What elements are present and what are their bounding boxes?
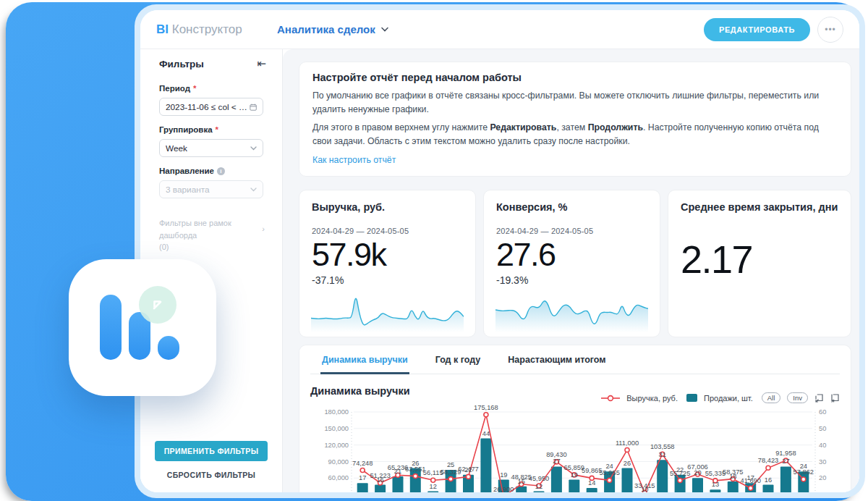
- legend-all-button[interactable]: All: [762, 392, 781, 403]
- svg-text:19: 19: [571, 471, 578, 479]
- svg-text:41,690: 41,690: [740, 477, 760, 484]
- revenue-line-points[interactable]: [360, 413, 806, 492]
- app-window: BI Конструктор Аналитика сделок РЕДАКТИР…: [140, 10, 859, 492]
- svg-text:16: 16: [765, 476, 772, 484]
- grouping-label: Группировка: [159, 125, 213, 134]
- legend-inv-button[interactable]: Inv: [787, 392, 808, 403]
- period-value: 2023-11-06 ≤ col < 2024...: [166, 102, 250, 112]
- svg-text:33,415: 33,415: [634, 482, 655, 489]
- svg-text:57,862: 57,862: [793, 468, 814, 476]
- apply-filters-button[interactable]: ПРИМЕНИТЬ ФИЛЬТРЫ: [155, 441, 268, 461]
- collapse-sidebar-icon[interactable]: ⇤: [257, 59, 266, 70]
- product-logo-card: [69, 259, 216, 396]
- data-labels: 1774,2481651,2232165,2362663,5511256,115…: [352, 405, 814, 492]
- period-label: Период: [159, 84, 190, 93]
- tab-revenue-dynamics[interactable]: Динамика выручки: [320, 345, 409, 374]
- direction-select[interactable]: 3 варианта: [159, 180, 263, 198]
- info-icon[interactable]: i: [217, 167, 225, 175]
- kpi-delta: -37.1%: [312, 274, 463, 286]
- svg-text:30: 30: [819, 458, 826, 466]
- bar-series-legend-icon[interactable]: [686, 394, 697, 402]
- svg-text:26: 26: [624, 460, 631, 467]
- filter-grouping: Группировка* Week: [140, 125, 282, 157]
- legend-sales-label[interactable]: Продажи, шт.: [704, 394, 753, 403]
- line-series-legend-icon[interactable]: [601, 395, 620, 402]
- kpi-card-conversion[interactable]: Конверсия, % 2024-04-29 — 2024-05-05 27.…: [483, 190, 660, 337]
- screenshot-stage: BI Конструктор Аналитика сделок РЕДАКТИР…: [0, 0, 868, 501]
- notice-paragraph-1: По умолчанию все графики в отчёте связан…: [312, 89, 833, 117]
- svg-text:20: 20: [819, 474, 826, 481]
- svg-text:13: 13: [712, 481, 719, 488]
- svg-text:51,223: 51,223: [370, 472, 390, 479]
- svg-text:60,000: 60,000: [328, 474, 349, 481]
- notice-title: Настройте отчёт перед началом работы: [312, 72, 838, 83]
- chart-header: Динамика выручки Выручка, руб.: [310, 374, 840, 403]
- revenue-line-series: [362, 415, 804, 492]
- svg-text:12: 12: [430, 483, 437, 490]
- kpi-title: Конверсия, %: [496, 201, 647, 213]
- sparkline-svg: [495, 287, 648, 332]
- kpi-period: 2024-04-29 — 2024-05-05: [312, 227, 463, 235]
- chevron-down-icon: [250, 188, 257, 192]
- edit-button[interactable]: РЕДАКТИРОВАТЬ: [704, 18, 810, 41]
- reset-filters-button[interactable]: СБРОСИТЬ ФИЛЬТРЫ: [167, 471, 256, 479]
- kpi-card-avg-close-time[interactable]: Среднее время закрытия, дни 2.17: [668, 190, 851, 337]
- report-title: Аналитика сделок: [277, 23, 375, 35]
- zoom-restore-icon[interactable]: [830, 393, 840, 403]
- svg-text:55,725: 55,725: [670, 470, 690, 477]
- app-logo-name: Конструктор: [172, 22, 242, 36]
- content-row: Фильтры ⇤ Период* 2023-11-06 ≤ col < 202…: [140, 49, 859, 492]
- chevron-down-icon: [381, 27, 388, 32]
- report-title-dropdown[interactable]: Аналитика сделок: [277, 23, 388, 35]
- svg-text:25: 25: [447, 461, 454, 468]
- tab-cumulative[interactable]: Нарастающим итогом: [506, 345, 607, 374]
- chevron-down-icon: [250, 146, 257, 151]
- app-window-frame: BI Конструктор Аналитика сделок РЕДАКТИР…: [135, 4, 865, 498]
- svg-text:40: 40: [819, 442, 826, 449]
- filters-title: Фильтры: [159, 59, 204, 70]
- direction-value: 3 варианта: [166, 185, 210, 195]
- kpi-value: 57.9k: [312, 236, 463, 274]
- svg-text:17: 17: [359, 474, 366, 481]
- svg-text:55,955: 55,955: [599, 470, 619, 477]
- app-logo-bi: BI: [156, 22, 169, 36]
- svg-text:30,000: 30,000: [328, 491, 349, 492]
- kpi-value: 27.6: [496, 236, 647, 274]
- svg-text:31: 31: [659, 451, 666, 458]
- svg-text:14: 14: [588, 479, 595, 487]
- revenue-dynamics-chart[interactable]: 180,000150,000120,00090,00060,00030,0006…: [310, 405, 840, 492]
- revenue-dynamics-card: Динамика выручки Год к году Нарастающим …: [299, 345, 851, 492]
- main-content: Настройте отчёт перед началом работы По …: [283, 49, 859, 492]
- filter-period: Период* 2023-11-06 ≤ col < 2024...: [140, 84, 282, 116]
- svg-text:26,900: 26,900: [493, 486, 514, 492]
- outer-filters-label: Фильтры вне рамок дашборда: [159, 217, 258, 241]
- svg-text:74,248: 74,248: [352, 460, 373, 467]
- svg-text:44: 44: [482, 430, 490, 437]
- kpi-card-revenue[interactable]: Выручка, руб. 2024-04-29 — 2024-05-05 57…: [299, 190, 476, 337]
- app-logo: BI Конструктор: [156, 22, 277, 37]
- svg-text:62,477: 62,477: [458, 466, 478, 473]
- svg-text:180,000: 180,000: [324, 408, 349, 416]
- svg-text:120,000: 120,000: [324, 442, 349, 449]
- svg-text:78,423: 78,423: [758, 457, 778, 464]
- tab-year-over-year[interactable]: Год к году: [434, 345, 482, 374]
- kpi-value: 2.17: [681, 237, 838, 282]
- how-to-configure-link[interactable]: Как настроить отчёт: [312, 155, 396, 165]
- svg-text:19: 19: [500, 471, 507, 479]
- more-menu-button[interactable]: •••: [817, 17, 843, 43]
- grouping-select[interactable]: Week: [159, 139, 263, 157]
- zoom-select-icon[interactable]: [814, 393, 824, 403]
- period-input[interactable]: 2023-11-06 ≤ col < 2024...: [159, 98, 263, 116]
- kpi-title: Среднее время закрытия, дни: [681, 201, 838, 213]
- arrow-up-left-icon: [150, 297, 166, 313]
- kpi-title: Выручка, руб.: [312, 201, 463, 213]
- outer-filters-link[interactable]: Фильтры вне рамок дашборда › (0): [140, 217, 282, 253]
- kpi-delta: -19.3%: [496, 274, 647, 286]
- calendar-icon[interactable]: [250, 103, 257, 111]
- required-asterisk: *: [193, 84, 196, 93]
- svg-text:90,000: 90,000: [328, 458, 349, 466]
- svg-text:12: 12: [535, 483, 542, 490]
- legend-revenue-label[interactable]: Выручка, руб.: [626, 394, 678, 403]
- logo-bar-tall: [100, 295, 122, 360]
- chart-legend: Выручка, руб. Продажи, шт. All Inv: [601, 392, 840, 403]
